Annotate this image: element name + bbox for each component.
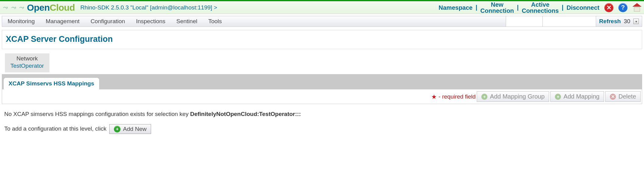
menu-management[interactable]: Management xyxy=(40,16,85,27)
new-connection-link[interactable]: NewConnection xyxy=(480,2,514,14)
add-new-label: Add New xyxy=(123,126,147,132)
no-config-message: No XCAP simservs HSS mappings configurat… xyxy=(4,111,641,117)
no-config-prefix: No XCAP simservs HSS mappings configurat… xyxy=(4,111,190,117)
menu-monitoring[interactable]: Monitoring xyxy=(2,16,40,27)
help-icon[interactable]: ? xyxy=(618,3,628,12)
selection-key: DefinitelyNotOpenCloud:TestOperator::: xyxy=(190,111,301,117)
tab-strip: XCAP Simservs HSS Mappings xyxy=(2,74,642,89)
add-new-button[interactable]: + Add New xyxy=(109,124,151,134)
toolbar: ★ - required field + Add Mapping Group +… xyxy=(2,89,642,104)
menubar: Monitoring Management Configuration Insp… xyxy=(2,16,642,27)
disconnect-link[interactable]: Disconnect xyxy=(566,5,599,11)
add-mapping-group-button[interactable]: + Add Mapping Group xyxy=(477,91,549,102)
rhino-status: Rhino-SDK 2.5.0.3 "Local" [admin@localho… xyxy=(80,4,217,11)
menubar-gap xyxy=(506,16,542,27)
brand-logo: OpenCloud xyxy=(27,2,75,13)
add-config-hint: To add a configuration at this level, cl… xyxy=(4,124,641,134)
add-mapping-label: Add Mapping xyxy=(563,93,599,100)
header-bar: ⤳ ⤳ ⤳ OpenCloud Rhino-SDK 2.5.0.3 "Local… xyxy=(0,1,644,14)
required-field-text: - required field xyxy=(439,93,476,100)
namespace-link[interactable]: Namespace xyxy=(439,5,472,11)
menu-tools[interactable]: Tools xyxy=(203,16,227,27)
refresh-control[interactable]: Refresh 30 ▾ xyxy=(596,16,642,27)
network-selector-block: Network TestOperator xyxy=(2,52,642,72)
active-connections-link[interactable]: ActiveConnections xyxy=(522,2,559,14)
menubar-spacer xyxy=(227,16,506,27)
delete-label: Delete xyxy=(618,93,636,100)
menu-inspections[interactable]: Inspections xyxy=(131,16,171,27)
content-body: No XCAP simservs HSS mappings configurat… xyxy=(0,104,644,147)
plus-icon: + xyxy=(481,94,487,100)
pipe-divider: | xyxy=(562,4,564,11)
add-mapping-group-label: Add Mapping Group xyxy=(490,93,545,100)
delete-x-icon: ✕ xyxy=(610,94,616,100)
menu-configuration[interactable]: Configuration xyxy=(85,16,131,27)
network-selector[interactable]: Network TestOperator xyxy=(5,53,49,72)
pipe-divider: | xyxy=(517,4,519,11)
brand-decoration: ⤳ ⤳ ⤳ xyxy=(2,4,24,11)
plus-icon: + xyxy=(114,126,121,132)
header-left: ⤳ ⤳ ⤳ OpenCloud Rhino-SDK 2.5.0.3 "Local… xyxy=(2,2,217,13)
page-title-block: XCAP Server Configuration xyxy=(2,30,642,49)
brand-open: Open xyxy=(27,2,50,13)
brand-cloud: Cloud xyxy=(50,2,75,13)
tab-xcap-simservs[interactable]: XCAP Simservs HSS Mappings xyxy=(3,77,99,89)
refresh-label: Refresh xyxy=(599,18,621,25)
add-config-text: To add a configuration at this level, cl… xyxy=(4,125,107,132)
refresh-spinner-icon[interactable]: ▾ xyxy=(633,19,639,24)
header-right: Namespace | NewConnection | ActiveConnec… xyxy=(439,2,642,14)
delete-button[interactable]: ✕ Delete xyxy=(605,91,641,102)
menu-sentinel[interactable]: Sentinel xyxy=(171,16,203,27)
add-mapping-button[interactable]: + Add Mapping xyxy=(550,91,604,102)
required-star-icon: ★ xyxy=(431,93,437,100)
refresh-value: 30 xyxy=(624,18,630,25)
close-icon[interactable]: ✕ xyxy=(604,3,613,12)
network-selector-label: Network xyxy=(10,55,44,62)
menubar-search-cell[interactable] xyxy=(542,16,596,27)
required-field-note: ★ - required field xyxy=(431,93,476,100)
pipe-divider: | xyxy=(476,4,477,11)
page-title: XCAP Server Configuration xyxy=(6,34,638,44)
plus-icon: + xyxy=(555,94,561,100)
network-selector-value: TestOperator xyxy=(10,63,44,69)
home-icon[interactable] xyxy=(632,4,642,12)
